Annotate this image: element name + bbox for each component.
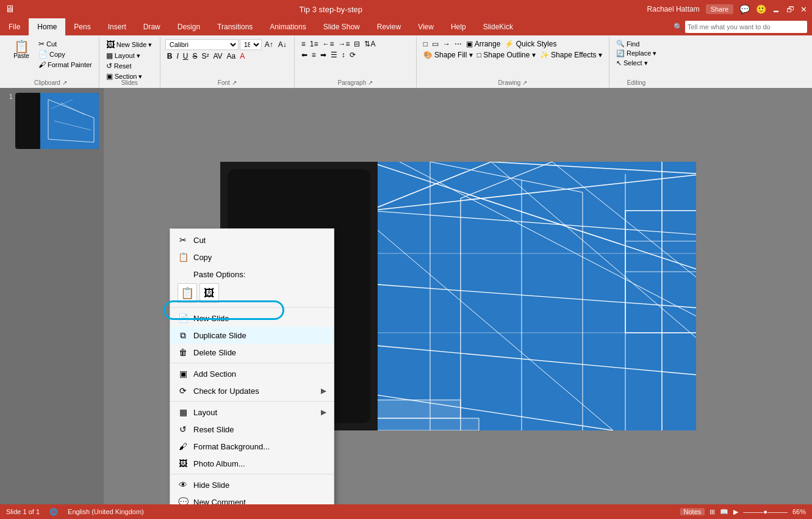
underline-button[interactable]: U <box>181 51 190 61</box>
shape-effects-button[interactable]: ✨ Shape Effects ▾ <box>538 50 604 60</box>
slide-thumbnail[interactable] <box>15 93 99 149</box>
new-slide-ribbon-button[interactable]: 🖼 New Slide ▾ <box>104 39 154 50</box>
decrease-font-button[interactable]: A↓ <box>276 40 289 49</box>
convert-smartart-button[interactable]: ⟳ <box>348 50 357 60</box>
format-painter-button[interactable]: 🖌 Format Painter <box>37 60 94 70</box>
line-spacing-button[interactable]: ↕ <box>340 50 347 60</box>
reading-view-icon[interactable]: 📖 <box>720 508 728 516</box>
smiley-icon[interactable]: 🙂 <box>756 4 766 14</box>
increase-indent-button[interactable]: →≡ <box>336 39 351 49</box>
justify-button[interactable]: ☰ <box>329 50 339 60</box>
slide-panel: 1 <box>0 88 104 504</box>
bullets-button[interactable]: ≡ <box>300 39 307 49</box>
ctx-duplicate-slide[interactable]: ⧉ Duplicate Slide <box>170 327 334 344</box>
char-spacing-button[interactable]: AV <box>211 51 224 61</box>
ctx-photo-album[interactable]: 🖼 Photo Album... <box>170 455 334 472</box>
align-center-button[interactable]: ≡ <box>310 50 318 60</box>
slides-label: Slides <box>99 79 160 86</box>
ctx-new-comment[interactable]: 💬 New Comment <box>170 493 334 504</box>
ctx-sep1 <box>170 307 334 308</box>
text-direction-button[interactable]: ⇅A <box>362 39 377 49</box>
tab-help[interactable]: Help <box>442 18 475 35</box>
paste-option-1[interactable]: 📋 <box>178 283 197 303</box>
zoom-slider[interactable]: ———●——— <box>743 508 788 515</box>
reset-ribbon-button[interactable]: ↺ Reset <box>104 61 134 71</box>
restore-btn[interactable]: 🗗 <box>786 5 794 14</box>
increase-font-button[interactable]: A↑ <box>263 40 275 49</box>
paste-label: Paste <box>13 53 29 59</box>
tab-review[interactable]: Review <box>368 18 409 35</box>
shape-rounded-btn[interactable]: ▭ <box>430 39 440 49</box>
numbering-button[interactable]: 1≡ <box>308 39 320 49</box>
tab-animations[interactable]: Animations <box>261 18 314 35</box>
reset-icon: ↺ <box>106 62 112 70</box>
share-btn[interactable]: Share <box>706 4 733 14</box>
shadow-button[interactable]: S² <box>199 51 210 61</box>
replace-button[interactable]: 🔄 Replace ▾ <box>614 49 658 58</box>
ctx-delete-slide[interactable]: 🗑 Delete Slide <box>170 344 334 361</box>
shape-rect-btn[interactable]: □ <box>422 39 429 49</box>
ctx-new-slide-label: New Slide <box>193 314 229 323</box>
paste-option-2[interactable]: 🖼 <box>199 283 219 303</box>
align-right-button[interactable]: ➡ <box>318 50 328 60</box>
tab-slidekick[interactable]: SlideKick <box>475 18 522 35</box>
shape-fill-button[interactable]: 🎨 Shape Fill ▾ <box>422 50 475 60</box>
chat-icon[interactable]: 💬 <box>739 4 750 14</box>
ctx-add-section[interactable]: ▣ Add Section <box>170 365 334 382</box>
decrease-indent-button[interactable]: ←≡ <box>320 39 336 49</box>
find-button[interactable]: 🔍 Find <box>614 39 641 48</box>
ctx-layout[interactable]: ▦ Layout ▶ <box>170 404 334 421</box>
shape-more-btn[interactable]: ⋯ <box>453 39 464 49</box>
ribbon-search[interactable] <box>685 21 807 33</box>
ctx-format-bg-label: Format Background... <box>193 442 270 451</box>
align-left-button[interactable]: ⬅ <box>300 50 309 60</box>
ctx-cut[interactable]: ✂ Cut <box>170 231 334 249</box>
paste-button[interactable]: 📋 Paste <box>7 39 35 60</box>
columns-button[interactable]: ⊟ <box>352 39 362 49</box>
ctx-copy[interactable]: 📋 Copy <box>170 249 334 266</box>
arrange-button[interactable]: ▣ Arrange <box>464 39 502 49</box>
strikethrough-button[interactable]: S <box>190 51 199 61</box>
copy-button[interactable]: 📄 Copy <box>37 49 94 59</box>
slide-sorter-icon[interactable]: ⊞ <box>710 508 715 516</box>
tab-view[interactable]: View <box>409 18 442 35</box>
ribbon-group-paragraph: ≡ 1≡ ←≡ →≡ ⊟ ⇅A ⬅ ≡ ➡ ☰ ↕ ⟳ Paragraph ↗ <box>295 37 417 87</box>
font-size-select[interactable]: 18 <box>240 39 262 50</box>
change-case-button[interactable]: Aa <box>225 51 238 61</box>
tab-insert[interactable]: Insert <box>99 18 135 35</box>
format-bg-icon: 🖌 <box>178 441 189 452</box>
select-button[interactable]: ↖ Select ▾ <box>614 59 650 68</box>
ribbon-group-drawing: □ ▭ → ⋯ ▣ Arrange ⚡ Quick Styles 🎨 Shape… <box>417 37 609 87</box>
cut-button[interactable]: ✂ Cut <box>37 39 94 49</box>
slide-list-item-1: 1 <box>5 93 99 149</box>
shape-arrow-btn[interactable]: → <box>441 39 452 49</box>
ctx-new-slide[interactable]: 📄 New Slide <box>170 310 334 327</box>
ctx-check-updates[interactable]: ⟳ Check for Updates ▶ <box>170 382 334 399</box>
ribbon-group-editing: 🔍 Find 🔄 Replace ▾ ↖ Select ▾ Editing <box>609 37 663 87</box>
ctx-format-bg[interactable]: 🖌 Format Background... <box>170 438 334 455</box>
close-btn[interactable]: ✕ <box>800 5 807 14</box>
tab-slideshow[interactable]: Slide Show <box>315 18 368 35</box>
tab-file[interactable]: File <box>0 18 29 35</box>
slideshow-icon[interactable]: ▶ <box>733 508 738 516</box>
quick-styles-button[interactable]: ⚡ Quick Styles <box>503 39 558 49</box>
notes-button[interactable]: Notes <box>680 508 705 515</box>
ctx-reset-slide[interactable]: ↺ Reset Slide <box>170 421 334 438</box>
tab-draw[interactable]: Draw <box>135 18 169 35</box>
language-label: English (United Kingdom) <box>68 508 144 515</box>
layout-ribbon-button[interactable]: ▦ Layout ▾ <box>104 51 142 60</box>
ribbon-group-clipboard: 📋 Paste ✂ Cut 📄 Copy 🖌 Format Painter Cl… <box>2 37 99 87</box>
minimize-btn[interactable]: 🗕 <box>772 5 780 14</box>
ctx-hide-slide[interactable]: 👁 Hide Slide <box>170 476 334 493</box>
tab-design[interactable]: Design <box>169 18 209 35</box>
font-family-select[interactable]: Calibri <box>165 39 239 50</box>
italic-button[interactable]: I <box>174 51 180 61</box>
ctx-sep2 <box>170 363 334 363</box>
shape-outline-button[interactable]: □ Shape Outline ▾ <box>475 50 537 60</box>
bold-button[interactable]: B <box>165 51 174 61</box>
tab-pens[interactable]: Pens <box>65 18 99 35</box>
tab-transitions[interactable]: Transitions <box>209 18 261 35</box>
tab-home[interactable]: Home <box>29 18 65 35</box>
font-color-button[interactable]: A <box>238 51 246 61</box>
main-area: 1 <box>0 88 812 504</box>
